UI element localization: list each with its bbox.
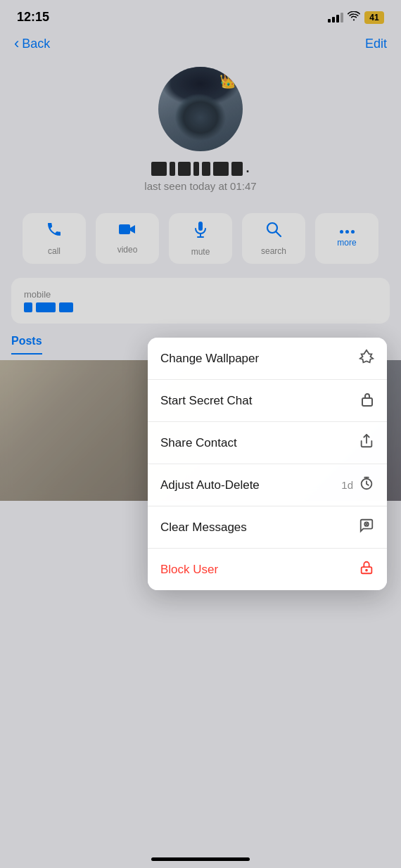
menu-item-clear-messages[interactable]: Clear Messages: [148, 506, 387, 549]
menu-item-adjust-auto-delete-right: 1d: [341, 476, 374, 494]
menu-item-share-contact-right: [359, 433, 374, 452]
svg-rect-5: [362, 398, 372, 406]
menu-item-change-wallpaper-label: Change Wallpaper: [160, 352, 259, 366]
menu-item-block-user-label: Block User: [160, 563, 218, 577]
menu-item-change-wallpaper[interactable]: Change Wallpaper: [148, 338, 387, 380]
menu-item-adjust-auto-delete[interactable]: Adjust Auto-Delete 1d: [148, 464, 387, 506]
menu-item-clear-messages-label: Clear Messages: [160, 521, 247, 535]
menu-item-adjust-auto-delete-label: Adjust Auto-Delete: [160, 478, 260, 492]
menu-item-change-wallpaper-right: [359, 349, 374, 368]
menu-item-start-secret-chat-right: [360, 391, 374, 410]
menu-item-start-secret-chat[interactable]: Start Secret Chat: [148, 380, 387, 422]
auto-delete-value: 1d: [341, 479, 353, 491]
menu-item-block-user[interactable]: Block User: [148, 549, 387, 590]
block-icon: [359, 560, 374, 579]
timer-icon: [359, 476, 374, 494]
menu-item-start-secret-chat-label: Start Secret Chat: [160, 394, 252, 408]
svg-point-11: [366, 570, 367, 571]
menu-item-share-contact[interactable]: Share Contact: [148, 422, 387, 464]
share-icon: [359, 433, 374, 452]
menu-item-block-user-right: [359, 560, 374, 579]
clear-messages-icon: [359, 518, 374, 537]
menu-item-clear-messages-right: [359, 518, 374, 537]
context-menu: Change Wallpaper Start Secret Chat Share…: [148, 338, 387, 590]
menu-item-share-contact-label: Share Contact: [160, 436, 237, 450]
change-wallpaper-icon: [359, 349, 374, 368]
lock-icon: [360, 391, 374, 410]
